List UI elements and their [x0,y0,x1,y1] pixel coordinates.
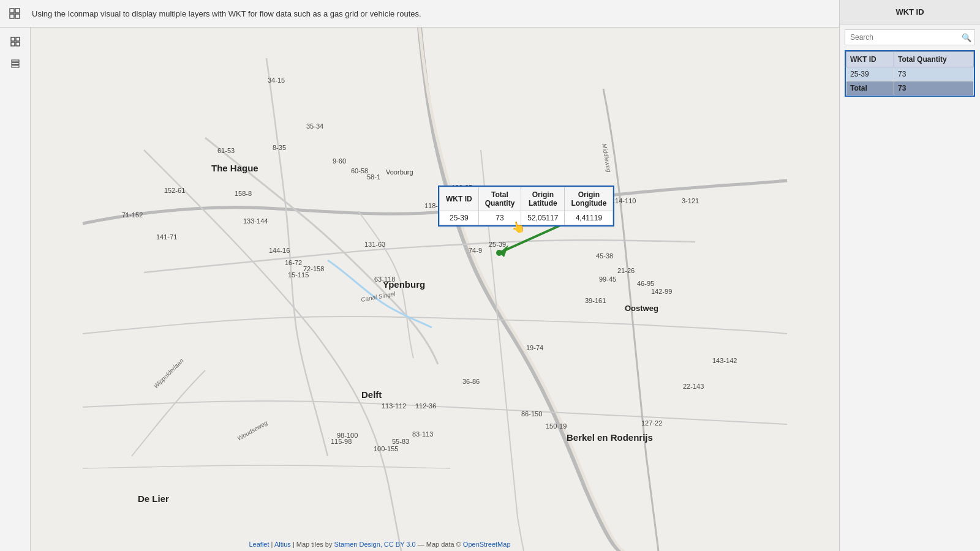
zone-label-39-161: 39-161 [585,297,606,304]
zone-label-112-36: 112-36 [415,402,436,410]
zone-label-144-16: 144-16 [269,247,290,254]
zone-label-8-35: 8-35 [273,144,286,151]
zone-label-34-15: 34-15 [268,77,285,84]
zone-label-36-86: 36-86 [462,378,480,385]
footer-leaflet[interactable]: Leaflet [249,541,270,548]
table-row[interactable]: 25-39 73 [846,67,974,81]
zone-label-127-22: 127-22 [641,419,662,427]
tooltip-cell-origin-lon: 4,41119 [565,211,613,225]
zone-label-15-115: 15-115 [288,271,309,279]
zone-label-58-1: 58-1 [367,173,380,181]
zone-label-99-45: 99-45 [599,276,616,283]
table-header-wkt-id: WKT ID [846,52,894,67]
tooltip-col-wkt-id: WKT ID [440,187,479,211]
city-label-delft: Delft [361,389,382,400]
sidebar-layers-icon[interactable] [6,54,24,73]
zone-label-133-144: 133-144 [243,217,268,225]
zone-label-114-110: 114-110 [611,197,636,204]
zone-label-21-26: 21-26 [617,267,635,274]
svg-rect-7 [16,42,20,46]
zone-label-22-143: 22-143 [683,383,704,390]
tooltip-table: WKT ID TotalQuantity OriginLatitude Orig… [439,187,613,225]
footer-map-data: — Map data © [418,541,463,548]
city-label-the-hague: The Hague [211,163,258,173]
zone-label-100-155: 100-155 [374,445,398,452]
footer-map-tiles: | Map tiles by [293,541,334,548]
zone-label-9-60: 9-60 [333,157,346,165]
tooltip-cell-origin-lat: 52,05117 [521,211,565,225]
zone-label-16-72: 16-72 [285,259,302,266]
table-row-total: Total 73 [846,81,974,96]
table-cell-total-qty: 73 [894,67,973,81]
search-icon: 🔍 [962,33,971,42]
zone-label-19-74: 19-74 [526,344,543,351]
zone-label-158-8: 158-8 [235,190,252,197]
map-svg: 34-15 35-34 61-53 8-35 9-60 60-58 58-1 V… [31,28,839,551]
zone-label-60-58: 60-58 [351,167,368,174]
table-cell-total-label: Total [846,81,894,96]
search-input[interactable] [845,29,975,45]
tooltip-col-origin-lon: OriginLongitude [565,187,613,211]
zone-label-141-71: 141-71 [156,233,177,241]
svg-rect-2 [10,14,14,18]
zone-label-55-83: 55-83 [392,438,409,445]
city-label-ypenburg: Ypenburg [383,279,425,290]
footer-stamen[interactable]: Stamen Design, CC BY 3.0 [334,541,416,548]
city-label-de-lier: De Lier [138,493,169,504]
city-label-berkel: Berkel en Rodenrijs [567,432,653,443]
svg-rect-8 [12,60,19,62]
tooltip-cell-total-qty: 73 [478,211,521,225]
footer-osm[interactable]: OpenStreetMap [463,541,511,548]
svg-rect-4 [11,37,15,41]
data-table: WKT ID Total Quantity 25-39 73 Total 73 [845,50,975,97]
zone-label-3-121: 3-121 [682,197,699,204]
map-footer: Leaflet | Altius | Map tiles by Stamen D… [64,541,695,548]
tooltip-col-total-qty: TotalQuantity [478,187,521,211]
svg-rect-1 [15,9,20,13]
map-container[interactable]: 34-15 35-34 61-53 8-35 9-60 60-58 58-1 V… [31,28,839,551]
toolbar: Using the Iconmap visual to display mult… [0,0,980,28]
table-header-total-qty: Total Quantity [894,52,973,67]
zone-label-150-19: 150-19 [546,422,567,430]
zone-label-vorburg: Voorburg [386,168,413,176]
svg-rect-10 [12,66,19,67]
toolbar-title: Using the Iconmap visual to display mult… [29,9,848,18]
table-cell-total-value: 73 [894,81,973,96]
zone-label-71-152: 71-152 [122,211,143,219]
tooltip-col-origin-lat: OriginLatitude [521,187,565,211]
table-cell-wkt-id: 25-39 [846,67,894,81]
svg-rect-5 [16,37,20,41]
zone-label-115-98: 115-98 [331,438,352,445]
svg-rect-3 [15,14,20,18]
grid-icon[interactable] [5,0,24,28]
left-sidebar [0,28,31,551]
zone-label-113-112: 113-112 [382,402,406,410]
zone-label-61-53: 61-53 [217,147,235,154]
svg-rect-6 [11,42,15,46]
zone-label-25-39: 25-39 [489,241,506,248]
zone-label-46-95: 46-95 [637,280,654,287]
footer-altius[interactable]: Altius [274,541,291,548]
svg-rect-11 [83,28,787,551]
zone-label-131-63: 131-63 [364,241,385,248]
zone-label-152-61: 152-61 [164,187,185,194]
zone-label-143-142: 143-142 [712,357,737,364]
city-label-oostweg: Oostweg [625,304,658,313]
svg-rect-9 [12,63,19,65]
svg-rect-0 [10,9,14,13]
map-tooltip: WKT ID TotalQuantity OriginLatitude Orig… [438,186,614,227]
right-panel: WKT ID 🔍 WKT ID Total Quantity 25-39 73 … [839,0,980,551]
zone-label-35-34: 35-34 [306,122,323,130]
tooltip-cell-wkt-id: 25-39 [440,211,479,225]
zone-label-83-113: 83-113 [412,430,433,438]
zone-label-142-99: 142-99 [651,288,672,295]
right-panel-title: WKT ID [840,0,980,24]
svg-point-15 [496,250,502,256]
wkt-table: WKT ID Total Quantity 25-39 73 Total 73 [846,51,974,96]
search-box: 🔍 [845,29,975,45]
zone-label-74-9: 74-9 [469,247,482,254]
zone-label-86-150: 86-150 [521,410,542,418]
sidebar-grid-icon[interactable] [6,32,24,51]
zone-label-45-38: 45-38 [596,252,613,260]
